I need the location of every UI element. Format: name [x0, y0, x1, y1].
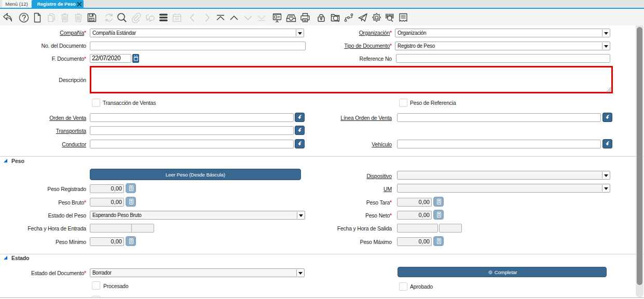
svg-text:31: 31: [174, 17, 179, 21]
